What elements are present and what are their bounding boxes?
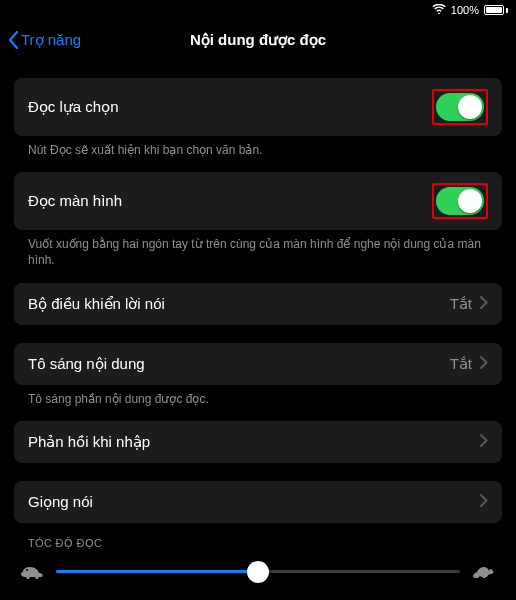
speech-controller-value: Tắt — [450, 295, 472, 313]
chevron-left-icon — [8, 31, 19, 49]
speaking-rate-slider[interactable] — [56, 570, 460, 573]
row-highlight-content[interactable]: Tô sáng nội dung Tắt — [14, 343, 502, 385]
voices-label: Giọng nói — [28, 493, 93, 511]
typing-feedback-label: Phản hồi khi nhập — [28, 433, 150, 451]
hare-icon — [472, 564, 496, 580]
speak-selection-footer: Nút Đọc sẽ xuất hiện khi bạn chọn văn bả… — [14, 136, 502, 158]
row-speak-selection: Đọc lựa chọn — [14, 78, 502, 136]
speak-screen-footer: Vuốt xuống bằng hai ngón tay từ trên cùn… — [14, 230, 502, 268]
back-label: Trợ năng — [21, 31, 81, 49]
chevron-right-icon — [480, 295, 488, 312]
page-title: Nội dung được đọc — [190, 31, 326, 49]
chevron-right-icon — [480, 355, 488, 372]
highlight-content-value: Tắt — [450, 355, 472, 373]
row-speak-screen: Đọc màn hình — [14, 172, 502, 230]
wifi-icon — [432, 4, 446, 16]
back-button[interactable]: Trợ năng — [8, 31, 81, 49]
nav-bar: Trợ năng Nội dung được đọc — [0, 20, 516, 60]
annotation-highlight — [432, 89, 488, 125]
speak-screen-toggle[interactable] — [436, 187, 484, 215]
tortoise-icon — [20, 564, 44, 580]
highlight-content-footer: Tô sáng phần nội dung được đọc. — [14, 385, 502, 407]
row-speech-controller[interactable]: Bộ điều khiển lời nói Tắt — [14, 283, 502, 325]
highlight-content-label: Tô sáng nội dung — [28, 355, 145, 373]
row-voices[interactable]: Giọng nói — [14, 481, 502, 523]
battery-percent: 100% — [451, 4, 479, 16]
status-bar: 100% — [0, 0, 516, 20]
row-typing-feedback[interactable]: Phản hồi khi nhập — [14, 421, 502, 463]
speak-screen-label: Đọc màn hình — [28, 192, 122, 210]
chevron-right-icon — [480, 433, 488, 450]
annotation-highlight — [432, 183, 488, 219]
speech-controller-label: Bộ điều khiển lời nói — [28, 295, 165, 313]
battery-icon — [484, 5, 508, 15]
speaking-rate-header: TÓC ĐỘ ĐỌC — [14, 537, 502, 556]
row-speaking-rate — [14, 556, 502, 584]
speak-selection-toggle[interactable] — [436, 93, 484, 121]
speak-selection-label: Đọc lựa chọn — [28, 98, 119, 116]
chevron-right-icon — [480, 493, 488, 510]
